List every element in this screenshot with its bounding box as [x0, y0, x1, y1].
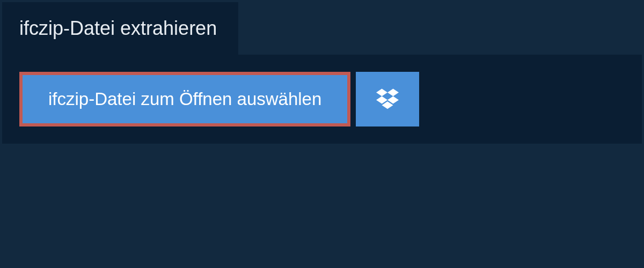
dropbox-icon — [376, 87, 399, 111]
select-file-button-label: ifczip-Datei zum Öffnen auswählen — [48, 89, 321, 109]
dropbox-button[interactable] — [356, 72, 419, 126]
page-title: ifczip-Datei extrahieren — [2, 2, 238, 55]
select-file-button[interactable]: ifczip-Datei zum Öffnen auswählen — [19, 72, 350, 126]
file-select-panel: ifczip-Datei zum Öffnen auswählen — [2, 55, 642, 144]
